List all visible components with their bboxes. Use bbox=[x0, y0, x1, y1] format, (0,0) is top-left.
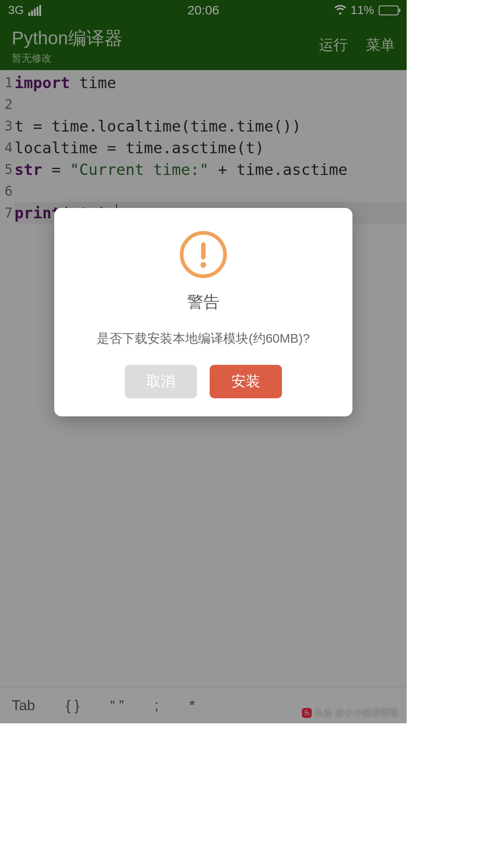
install-button[interactable]: 安装 bbox=[210, 365, 282, 398]
dialog-title: 警告 bbox=[187, 291, 220, 313]
warning-icon bbox=[178, 230, 228, 281]
svg-point-2 bbox=[201, 262, 206, 268]
modal-overlay[interactable]: 警告 是否下载安装本地编译模块(约60MB)? 取消 安装 bbox=[0, 0, 407, 723]
warning-dialog: 警告 是否下载安装本地编译模块(约60MB)? 取消 安装 bbox=[54, 208, 352, 416]
cancel-button[interactable]: 取消 bbox=[125, 365, 197, 398]
svg-rect-1 bbox=[201, 242, 206, 259]
dialog-message: 是否下载安装本地编译模块(约60MB)? bbox=[97, 330, 310, 348]
